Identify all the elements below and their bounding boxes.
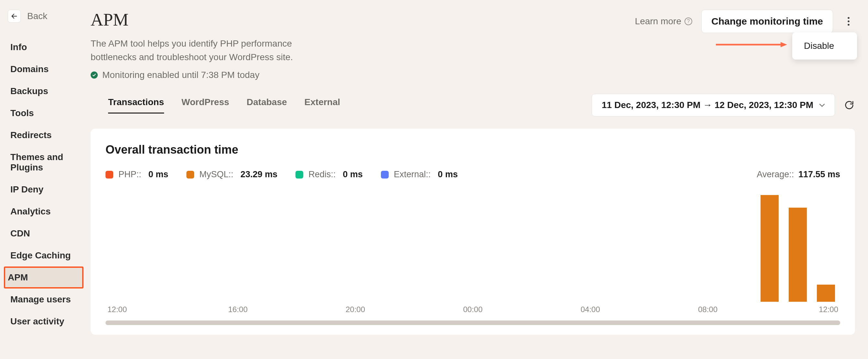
legend-mysql-label: MySQL::	[199, 169, 234, 180]
sidebar-item-domains[interactable]: Domains	[6, 58, 81, 80]
legend-php-value: 0 ms	[149, 169, 168, 180]
legend-redis: Redis:: 0 ms	[296, 169, 363, 180]
x-tick: 00:00	[460, 305, 486, 314]
arrow-left-icon	[11, 12, 18, 20]
date-range-picker[interactable]: 11 Dec, 2023, 12:30 PM → 12 Dec, 2023, 1…	[592, 94, 835, 117]
tab-database[interactable]: Database	[247, 97, 287, 113]
swatch-external	[381, 171, 389, 178]
chart-x-axis: 12:0016:0020:0000:0004:0008:0012:00	[105, 302, 840, 314]
tabs: Transactions WordPress Database External	[108, 97, 340, 113]
legend-external: External:: 0 ms	[381, 169, 458, 180]
sidebar-item-edge-caching[interactable]: Edge Caching	[6, 244, 81, 266]
svg-point-3	[847, 24, 849, 26]
page-title: APM	[91, 10, 128, 30]
change-monitoring-time-button[interactable]: Change monitoring time	[701, 10, 833, 33]
chart-bar	[789, 208, 807, 302]
sidebar-item-tools[interactable]: Tools	[6, 102, 81, 124]
page-description: The APM tool helps you identify PHP perf…	[91, 37, 298, 64]
card-title: Overall transaction time	[105, 143, 840, 157]
sidebar-item-backups[interactable]: Backups	[6, 80, 81, 102]
sidebar-item-analytics[interactable]: Analytics	[6, 200, 81, 223]
legend-mysql: MySQL:: 23.29 ms	[186, 169, 277, 180]
legend-left: PHP:: 0 ms MySQL:: 23.29 ms Redis:: 0 ms	[105, 169, 458, 180]
monitoring-status: Monitoring enabled until 7:38 PM today	[91, 70, 855, 80]
tab-wordpress[interactable]: WordPress	[182, 97, 229, 113]
refresh-button[interactable]	[843, 99, 855, 111]
chart-plot	[105, 189, 840, 302]
monitoring-status-text: Monitoring enabled until 7:38 PM today	[102, 70, 259, 80]
legend-php: PHP:: 0 ms	[105, 169, 168, 180]
kebab-icon	[847, 17, 850, 26]
date-range-text: 11 Dec, 2023, 12:30 PM → 12 Dec, 2023, 1…	[602, 100, 813, 110]
tab-transactions[interactable]: Transactions	[108, 97, 164, 113]
x-tick: 20:00	[342, 305, 368, 314]
tab-external[interactable]: External	[305, 97, 340, 113]
sidebar: Back Info Domains Backups Tools Redirect…	[0, 0, 87, 359]
header-actions: Learn more ? Change monitoring time	[635, 10, 855, 33]
chart-bar	[761, 195, 779, 302]
x-tick: 12:00	[812, 305, 838, 314]
legend-mysql-value: 23.29 ms	[241, 169, 277, 180]
legend-average-value: 117.55 ms	[798, 169, 840, 179]
right-controls: 11 Dec, 2023, 12:30 PM → 12 Dec, 2023, 1…	[592, 94, 855, 117]
swatch-mysql	[186, 171, 194, 178]
sidebar-item-apm[interactable]: APM	[4, 266, 84, 289]
svg-point-2	[847, 21, 849, 22]
learn-more-label: Learn more	[635, 16, 681, 27]
back-row: Back	[8, 10, 81, 23]
back-button[interactable]	[8, 10, 21, 23]
disable-menu-item[interactable]: Disable	[792, 34, 857, 58]
legend-redis-value: 0 ms	[343, 169, 363, 180]
legend-external-label: External::	[394, 169, 431, 180]
legend-external-value: 0 ms	[438, 169, 458, 180]
annotation-arrow	[716, 41, 787, 49]
check-circle-icon	[91, 71, 98, 78]
chart-bar	[817, 285, 835, 302]
help-icon: ?	[684, 18, 692, 25]
sidebar-item-manage-users[interactable]: Manage users	[6, 289, 81, 311]
x-tick: 16:00	[225, 305, 251, 314]
main-content: APM Learn more ? Change monitoring time …	[87, 0, 868, 359]
overall-transaction-card: Overall transaction time PHP:: 0 ms MySQ…	[91, 129, 855, 335]
back-label: Back	[27, 11, 47, 21]
kebab-dropdown: Disable	[792, 32, 857, 60]
sidebar-item-redirects[interactable]: Redirects	[6, 124, 81, 146]
legend-row: PHP:: 0 ms MySQL:: 23.29 ms Redis:: 0 ms	[105, 169, 840, 180]
sidebar-item-user-activity[interactable]: User activity	[6, 311, 81, 332]
chart-scrollbar[interactable]	[105, 321, 840, 325]
legend-redis-label: Redis::	[308, 169, 336, 180]
controls-row: Transactions WordPress Database External…	[91, 94, 855, 117]
svg-marker-5	[781, 42, 787, 47]
chart-scrollbar-thumb[interactable]	[105, 321, 840, 325]
x-tick: 12:00	[107, 305, 133, 314]
sidebar-item-themes-plugins[interactable]: Themes and Plugins	[6, 146, 81, 178]
chevron-down-icon	[819, 102, 825, 109]
x-tick: 04:00	[577, 305, 603, 314]
page-header: APM Learn more ? Change monitoring time	[91, 10, 855, 33]
chart: 12:0016:0020:0000:0004:0008:0012:00	[105, 189, 840, 315]
sidebar-item-cdn[interactable]: CDN	[6, 223, 81, 244]
svg-point-1	[847, 17, 849, 19]
sidebar-item-info[interactable]: Info	[6, 36, 81, 58]
legend-php-label: PHP::	[119, 169, 142, 180]
refresh-icon	[844, 100, 854, 110]
swatch-php	[105, 171, 113, 178]
sidebar-item-ip-deny[interactable]: IP Deny	[6, 178, 81, 200]
learn-more-link[interactable]: Learn more ?	[635, 16, 692, 27]
x-tick: 08:00	[695, 305, 721, 314]
swatch-redis	[296, 171, 303, 178]
legend-average-label: Average::	[757, 169, 794, 179]
legend-average: Average:: 117.55 ms	[757, 169, 840, 180]
kebab-menu-button[interactable]	[842, 15, 855, 28]
